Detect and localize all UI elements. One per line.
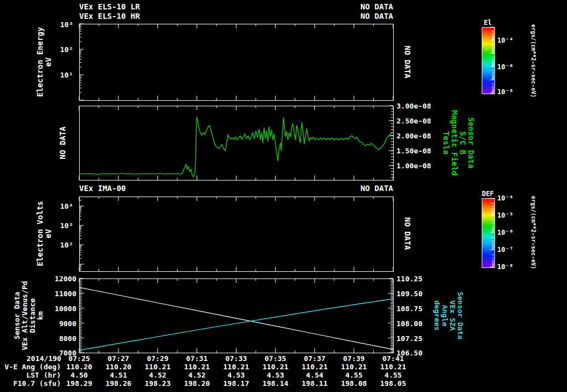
footer-value-cell: 4.54 bbox=[295, 371, 334, 379]
mag-label-scb: S/C B bbox=[458, 110, 467, 176]
els-no-data-text: NO DATA bbox=[403, 45, 411, 78]
plot-page: { "colors": {"white":"#ffffff","green":"… bbox=[0, 0, 567, 392]
footer-value-cell: 198.29 bbox=[60, 379, 99, 388]
sza-ytick-108-00: 108.00 bbox=[396, 319, 422, 328]
footer-value-cell: 110.21 bbox=[217, 363, 256, 371]
ima-status: NO DATA bbox=[282, 184, 393, 193]
els-ylabel-text: Electron Energy bbox=[36, 27, 44, 97]
footer-value-cell: 110.21 bbox=[374, 363, 413, 371]
mag-label-sensor-data: Sensor Data bbox=[467, 110, 475, 176]
els-colorbar-tick-1: 10⁻⁴ bbox=[497, 37, 513, 44]
sza-axis-label: Sensor Data VEx SZA Angle degrees bbox=[433, 292, 464, 339]
footer-time-cell: 07:39 bbox=[334, 354, 373, 363]
ima-colorbar-tick-1: 10⁻⁴ bbox=[497, 194, 513, 202]
mag-label-tesla: Tesla bbox=[442, 110, 450, 176]
footer-value-cell: 198.20 bbox=[178, 379, 217, 388]
footer-value-cell: 4.55 bbox=[374, 371, 413, 379]
sza-ytick-107-25: 107.25 bbox=[396, 334, 422, 343]
ima-side-status: NO DATA bbox=[403, 217, 411, 250]
mag-ytick-1: 3.00e-08 bbox=[396, 102, 431, 110]
sza-label-angle: Angle bbox=[441, 292, 449, 339]
footer-value-cell: 198.17 bbox=[217, 379, 256, 388]
dist-label-alt: VEx Alt/Venus/Pd bbox=[21, 281, 29, 350]
els-colorbar-tick-2: 10⁻⁶ bbox=[497, 63, 513, 71]
mag-left-status: NO DATA bbox=[59, 126, 67, 159]
mag-ytick-5: 1.00e-08 bbox=[396, 162, 431, 170]
mag-ytick-3: 2.00e-08 bbox=[396, 132, 431, 140]
footer-value-cell: 4.55 bbox=[334, 371, 373, 379]
dist-ytick-12000: 12000 bbox=[43, 275, 76, 283]
footer-value-cell: 198.08 bbox=[334, 379, 373, 388]
ima-title: VEx IMA-00 bbox=[79, 184, 126, 193]
ima-colorbar-tick-4: 10⁻⁷ bbox=[497, 246, 513, 254]
sza-ytick-110-25: 110.25 bbox=[396, 275, 422, 283]
footer-date-label: 2014/190 bbox=[27, 354, 61, 363]
footer-time-cell: 07:33 bbox=[217, 354, 256, 363]
ima-colorbar-tick-5: 10⁻⁸ bbox=[497, 263, 513, 271]
footer-value-cell: 4.50 bbox=[60, 371, 99, 379]
footer-value-cell: 198.14 bbox=[256, 379, 295, 388]
footer-row-label-lst: LST (hr) bbox=[3, 371, 61, 379]
sza-label-sensor-data: Sensor Data bbox=[456, 292, 464, 339]
mag-no-data-text: NO DATA bbox=[59, 126, 67, 159]
ima-ytick-1e4: 10⁴ bbox=[51, 202, 73, 210]
ima-no-data-text: NO DATA bbox=[403, 217, 411, 250]
footer-time-cell: 07:41 bbox=[374, 354, 413, 363]
ima-colorbar-units: ergs/(cm**2-sr-sec-eV) bbox=[529, 196, 538, 269]
footer-value-cell: 4.52 bbox=[138, 371, 177, 379]
footer-row-label-veang: V-E Ang (deg) bbox=[3, 363, 61, 371]
ima-ylabel-text: Electron Volts bbox=[36, 201, 44, 266]
footer-time-cell: 07:35 bbox=[256, 354, 295, 363]
sza-ytick-108-75: 108.75 bbox=[396, 305, 422, 313]
dist-ytick-9000: 9000 bbox=[43, 319, 76, 328]
footer-value-cell: 4.53 bbox=[217, 371, 256, 379]
mag-ytick-2: 2.50e-08 bbox=[396, 117, 431, 125]
els-colorbar-tick-3: 10⁻⁸ bbox=[497, 88, 513, 96]
distance-axis-label: Sensor Data VEx Alt/Venus/Pd Distance km bbox=[13, 281, 44, 350]
dist-ytick-8000: 8000 bbox=[43, 334, 76, 343]
footer-value-cell: 4.53 bbox=[256, 371, 295, 379]
ima-colorbar-tick-3: 10⁻⁶ bbox=[497, 229, 513, 236]
footer-value-cell: 4.52 bbox=[178, 371, 217, 379]
footer-time-cell: 07:25 bbox=[60, 354, 99, 363]
footer-value-cell: 110.21 bbox=[295, 363, 334, 371]
footer-value-cell: 198.26 bbox=[99, 379, 138, 388]
els-ytick-1e2: 10² bbox=[51, 45, 73, 54]
ima-yunit-text: eV bbox=[44, 201, 53, 266]
dist-label-sensor-data: Sensor Data bbox=[13, 281, 21, 350]
footer-value-cell: 110.20 bbox=[99, 363, 138, 371]
footer-time-cell: 07:27 bbox=[99, 354, 138, 363]
panel1-title-hr: VEx ELS-10 HR bbox=[79, 12, 140, 20]
els-colorbar-units: ergs/(cm**2-sr-sec-eV) bbox=[529, 24, 538, 97]
dist-ytick-10000: 10000 bbox=[43, 305, 76, 313]
els-ytick-1e1: 10¹ bbox=[51, 71, 73, 79]
mag-side-axis-label: Sensor Data S/C B Magnetic Field Tesla bbox=[442, 110, 475, 176]
footer-value-cell: 198.23 bbox=[138, 379, 177, 388]
ima-units-text: ergs/(cm**2-sr-sec-eV) bbox=[529, 196, 538, 269]
mag-label-magnetic-field: Magnetic Field bbox=[450, 110, 458, 176]
footer-value-cell: 110.20 bbox=[60, 363, 99, 371]
ima-ytick-1e3: 10³ bbox=[51, 221, 73, 230]
sza-label-vex-sza: VEx SZA bbox=[449, 292, 456, 339]
els-ytick-1e3: 10³ bbox=[51, 20, 73, 29]
dist-label-distance: Distance bbox=[29, 281, 37, 350]
footer-value-cell: 110.21 bbox=[334, 363, 373, 371]
els-yunit-text: eV bbox=[44, 27, 53, 97]
footer-time-cell: 07:29 bbox=[138, 354, 177, 363]
sza-ytick-109-50: 109.50 bbox=[396, 290, 422, 298]
ima-colorbar-tick-2: 10⁻⁵ bbox=[497, 212, 513, 219]
els-y-axis-label: Electron Energy eV bbox=[36, 27, 53, 97]
els-units-text: ergs/(cm**2-sr-sec-eV) bbox=[529, 24, 538, 97]
footer-value-cell: 110.21 bbox=[138, 363, 177, 371]
footer-value-cell: 110.21 bbox=[178, 363, 217, 371]
dist-ytick-11000: 11000 bbox=[43, 290, 76, 298]
els-side-status: NO DATA bbox=[403, 45, 411, 78]
mag-ytick-4: 1.50e-08 bbox=[396, 147, 431, 155]
els-colorbar-title: El bbox=[474, 19, 502, 27]
footer-value-cell: 110.21 bbox=[256, 363, 295, 371]
ima-y-axis-label: Electron Volts eV bbox=[36, 201, 53, 266]
panel1-status-hr: NO DATA bbox=[282, 12, 393, 20]
footer-time-cell: 07:37 bbox=[295, 354, 334, 363]
sza-label-degrees: degrees bbox=[433, 292, 441, 339]
footer-time-cell: 07:31 bbox=[178, 354, 217, 363]
